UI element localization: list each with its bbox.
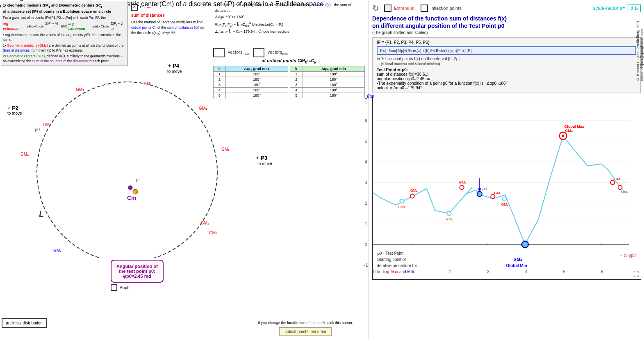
P4-sublabel: to move (167, 69, 182, 74)
x-tick-3: 3 (487, 269, 489, 274)
P4-label: + P4 (168, 63, 180, 69)
gm3-max-dot (460, 186, 464, 190)
y-tick-4: 4 (365, 159, 367, 164)
delta-alpha-row: Δαp0 (111, 284, 130, 291)
P3-label: + P3 (256, 155, 267, 161)
global-min-text: Global Min (506, 263, 527, 268)
gm4-left: GM₄ (20, 152, 29, 156)
y-tick-1: 1 (365, 222, 367, 227)
vertical-copyright: © Roman Chijner, ?Heidelberg 2021roman.c… (636, 20, 644, 81)
Cm-label: Cm (127, 195, 137, 201)
right-top-controls: ↻ Extremum, inflection points scale-fact… (372, 3, 641, 13)
gm1-min-dot (400, 199, 404, 203)
gm2-min-label: GM₂ (446, 217, 453, 221)
geometry-canvas: L + P1 to move + P2 to move + P3 to move… (0, 0, 369, 258)
test-point-label: Test Point ➡ p0: (377, 68, 636, 72)
refresh-button[interactable]: ↻ (372, 3, 379, 13)
scale-factor-container: scale-factor s= 2.5 (593, 5, 641, 12)
Fo-point (128, 186, 132, 190)
gm1-label-graph: GM₁ (398, 205, 405, 209)
Cm-point (133, 189, 138, 194)
right-subtitle: (The graph shifted and scaled) (372, 30, 641, 35)
formula-box: f(x)=Sum[Zip|√(R·cos(z)-x(b))²+(R·sin(z)… (377, 46, 636, 55)
tp-line2: Starting point of (377, 256, 417, 263)
scale-value: 2.5 (628, 5, 641, 12)
p0-label: ⃗p0 (32, 127, 40, 132)
sum-dist-line: sum of distances f(x)=36.61; (377, 72, 636, 77)
gm4-global-min-dot (522, 241, 528, 248)
gm5-mid: GM₅ (209, 231, 217, 235)
y-tick-6: 6 (365, 118, 367, 123)
gm4-global-max-center (562, 135, 564, 137)
P3-sublabel: to move (257, 161, 272, 166)
gm4-dot (491, 195, 495, 199)
extremum-label: Extremum, (394, 6, 416, 11)
left-panel: 1• Geometric medians GM1 and 2•Geometric… (0, 0, 369, 340)
global-max-text: Global Max (564, 125, 584, 129)
bottom-section: If you change the localization of points… (246, 321, 365, 336)
inflection-box: inflection points (421, 5, 462, 12)
x-tick-0: 0 (373, 269, 375, 274)
gm1-mid: GM₁ (201, 221, 209, 225)
gm2-right: GM₂ (199, 106, 207, 111)
test-point-label-bottom: p̄0 - Test Point. Starting point of iter… (377, 250, 417, 275)
extremum-box: Extremum, (384, 5, 416, 12)
P2-sublabel: to move (7, 111, 22, 116)
gm3-top: GM₃ (76, 87, 84, 92)
gm2-max-dot (410, 194, 414, 198)
right-title: Dependence of the function sum of distan… (372, 15, 641, 29)
title-line2: on different angular position of the Tes… (372, 22, 641, 29)
gm3-left: GM₃ (43, 122, 51, 127)
angular-line3: φp0=2.45 rad (116, 274, 158, 279)
gm5-right-dot (618, 186, 622, 190)
fullscreen-button[interactable]: ⛶ (633, 271, 639, 277)
title-line1: Dependence of the function sum of distan… (372, 15, 641, 22)
y-tick-n1: -1 (364, 263, 368, 267)
y-tick-3: 3 (365, 180, 367, 185)
global-min-label: GM₄ (514, 257, 522, 262)
pi-initial-box: pᵢ : initial distribution (2, 318, 47, 328)
delta-alpha-checkbox[interactable] (111, 284, 117, 291)
ip-set-line: IP = {P1, P2, P3, P4, P5, P6} (377, 40, 636, 45)
P2-label: + P2 (7, 105, 18, 111)
angular-popup: Angular position of the test point p0: φ… (111, 260, 164, 283)
gm5-right-label: GM₅ (621, 190, 629, 194)
gm1-right-label: GM₁ (614, 177, 622, 181)
gm4-blue: GM₄ (53, 248, 61, 253)
gm4-label: GM₄ (494, 191, 502, 195)
critical-line: ➡ 10 - critical points f(x) on the inter… (377, 57, 636, 61)
tp-line3: iterative procedure for (377, 263, 417, 269)
info-panel: IP = {P1, P2, P3, P4, P5, P6} f(x)=Sum[Z… (372, 37, 641, 93)
extremum-checkbox[interactable] (384, 5, 391, 12)
y-tick-0: 0 (365, 242, 367, 247)
maxima-line: (5-local maxima and 5-local minima) (381, 62, 636, 66)
p0-graph-dot (477, 192, 482, 197)
tp-line4: finding Max and Min (377, 269, 417, 275)
Fo-label: F (136, 178, 139, 183)
y-tick-2: 2 (365, 201, 367, 206)
inflection-checkbox[interactable] (421, 5, 428, 12)
y-tick-5: 5 (365, 139, 367, 144)
tp-line1: p̄0 - Test Point. (377, 250, 417, 256)
gm3-min-label: GM₃ (501, 202, 509, 206)
angular-pos-line: angular position φp0=2.45 rad; (377, 77, 636, 81)
gm3-min-dot (502, 197, 506, 201)
inflection-label: inflection points (430, 6, 462, 11)
critical-points-button[interactable]: critical points: max/min (279, 327, 331, 336)
x-tick-2: 2 (449, 269, 451, 274)
delta-alpha-label: Δαp0 (120, 286, 130, 290)
gm2-label-graph: GM₂ (410, 188, 418, 193)
actual-value: actual: ≈ Δα p0 =179.94° (377, 86, 636, 90)
x-tick-6: 6 (601, 269, 603, 274)
bottom-info-text: If you change the localization of points… (246, 321, 365, 325)
x-axis-label: → x: φp0 (619, 253, 636, 258)
gm1-right: GM₁ (221, 147, 230, 152)
x-tick-5: 5 (563, 269, 566, 274)
angular-line1: Angular position of (116, 264, 158, 269)
scale-factor-label: scale-factor s= (593, 5, 625, 11)
x-tick-4: 4 (525, 269, 528, 274)
angular-line2: the test point p0: (116, 269, 158, 274)
main-circle (37, 82, 217, 258)
gm3-label-graph: GM₃ (459, 181, 467, 185)
gm2-top: GM₂ (143, 82, 152, 86)
